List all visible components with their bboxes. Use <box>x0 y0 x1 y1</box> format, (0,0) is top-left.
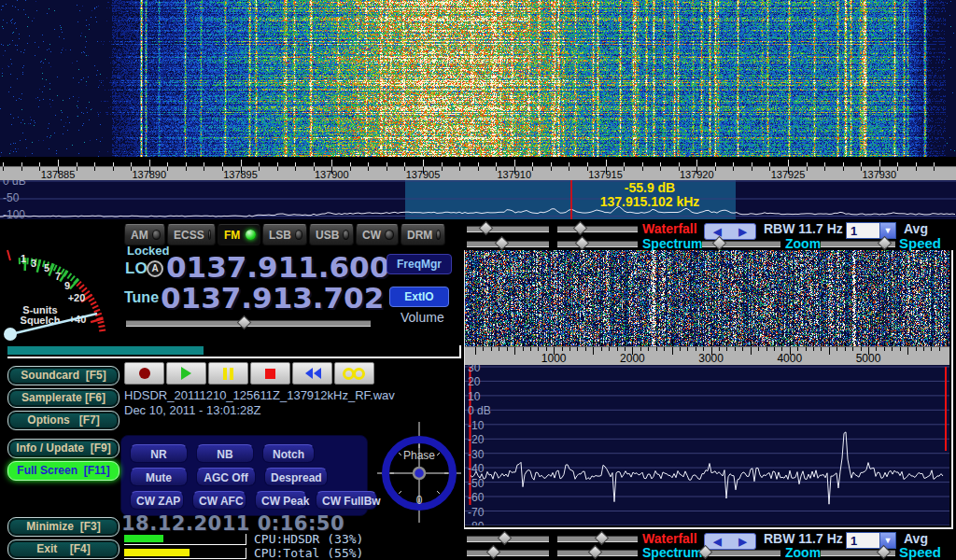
zoom-slider-top[interactable] <box>702 238 780 248</box>
speed-slider-top[interactable] <box>821 238 895 248</box>
slider-thumb[interactable] <box>495 236 510 251</box>
freqmgr-button[interactable]: FreqMgr <box>387 254 452 274</box>
audio-db-label: -70 <box>468 506 484 519</box>
rewind-button[interactable] <box>292 362 332 385</box>
dsp-button-notch[interactable]: Notch <box>262 444 315 463</box>
slider-thumb[interactable] <box>595 531 610 546</box>
dsp-button-cw-fullbw[interactable]: CW FullBw <box>316 491 377 510</box>
extio-button[interactable]: ExtIO <box>389 287 449 307</box>
db-label-100: -100 <box>3 208 25 219</box>
audio-frequency-scale[interactable]: 10002000300040005000 <box>465 346 949 366</box>
spectrum-label-top[interactable]: Spectrum <box>642 236 703 251</box>
scale-tick <box>491 347 492 351</box>
auto-badge[interactable]: A <box>147 260 163 277</box>
scale-tick <box>585 347 586 351</box>
mode-button-cw[interactable]: CW <box>356 224 399 245</box>
scale-tick <box>703 347 704 351</box>
smeter-scale-label: 3 <box>31 258 36 269</box>
play-button[interactable] <box>166 362 206 385</box>
spectrum-upper-slider[interactable] <box>467 238 549 248</box>
zoom-label-top: Zoom <box>785 236 821 251</box>
scale-tick <box>939 347 940 351</box>
scale-tick <box>852 347 853 351</box>
slider-thumb[interactable] <box>575 236 590 251</box>
main-waterfall-display[interactable] <box>0 0 956 157</box>
dsp-button-nb[interactable]: NB <box>196 444 254 463</box>
exit-button[interactable]: Exit [F4] <box>7 539 120 559</box>
arrow-left-icon[interactable]: ◀ <box>713 535 721 548</box>
slider-thumb[interactable] <box>486 545 501 560</box>
dsp-button-agc-off[interactable]: AGC Off <box>196 468 256 486</box>
full-screen-button[interactable]: Full Screen [F11] <box>7 461 120 481</box>
samplerate-button[interactable]: Samplerate [F6] <box>7 388 120 408</box>
spectrum-lower-slider-bottom[interactable] <box>557 547 638 557</box>
arrow-right-icon[interactable]: ▶ <box>738 535 746 548</box>
minimize-button[interactable]: Minimize [F3] <box>7 517 120 537</box>
scale-tick <box>562 347 563 351</box>
stop-icon <box>265 369 275 379</box>
waterfall-lower-slider[interactable] <box>557 223 638 233</box>
speed-slider-bottom[interactable] <box>821 547 895 557</box>
waterfall-label-bottom[interactable]: Waterfall <box>642 531 697 546</box>
playback-progress-bar[interactable] <box>7 345 461 358</box>
main-spectrum-display[interactable]: 0 dB -50 -100 <box>0 180 956 219</box>
scale-tick <box>569 347 570 351</box>
scale-tick <box>538 347 539 351</box>
tune-frequency-display[interactable]: 0137.913.702 <box>161 281 384 315</box>
frequency-scale[interactable]: 1378851378901378951379001379051379101379… <box>0 166 956 181</box>
volume-slider[interactable] <box>126 317 371 328</box>
scale-tick <box>735 347 736 351</box>
slider-thumb[interactable] <box>587 545 602 560</box>
waterfall-lower-slider-bottom[interactable] <box>557 533 638 543</box>
mode-button-lsb[interactable]: LSB <box>262 224 307 245</box>
spectrum-label-bottom[interactable]: Spectrum <box>642 545 703 560</box>
waterfall-upper-slider[interactable] <box>467 223 549 233</box>
dsp-button-nr[interactable]: NR <box>130 444 188 463</box>
audio-db-label: -20 <box>468 433 484 446</box>
dsp-button-mute[interactable]: Mute <box>130 468 188 486</box>
frequency-tick-label: 137925 <box>771 169 806 180</box>
slider-thumb[interactable] <box>712 236 727 251</box>
zoom-slider-bottom[interactable] <box>702 547 780 557</box>
info-update-button[interactable]: Info / Update [F9] <box>7 439 120 458</box>
record-button[interactable] <box>124 362 164 385</box>
soundcard-button[interactable]: Soundcard [F5] <box>7 366 120 385</box>
waterfall-label-top[interactable]: Waterfall <box>642 221 697 236</box>
stop-button[interactable] <box>250 362 290 385</box>
slider-thumb[interactable] <box>878 236 893 251</box>
spectrum-lower-slider[interactable] <box>557 238 638 248</box>
dsp-row: MuteAGC OffDespread <box>130 468 328 486</box>
cpu-meter-track <box>124 548 246 559</box>
loop-button[interactable] <box>334 362 374 385</box>
scale-tick <box>876 347 877 351</box>
mode-led-indicator <box>385 230 394 240</box>
waterfall-upper-slider-bottom[interactable] <box>467 533 549 543</box>
mode-button-drm[interactable]: DRM <box>401 224 445 245</box>
slider-thumb[interactable] <box>479 221 494 236</box>
s-meter[interactable]: 13579+20+40 S-units Squelch <box>2 237 120 343</box>
scale-tick <box>640 347 641 351</box>
mode-button-usb[interactable]: USB <box>309 224 354 245</box>
audio-waterfall-display[interactable] <box>465 250 949 346</box>
slider-thumb[interactable] <box>236 315 251 330</box>
slider-thumb[interactable] <box>573 221 588 236</box>
slider-thumb[interactable] <box>877 545 892 560</box>
mode-button-am[interactable]: AM <box>124 224 165 245</box>
mode-button-fm[interactable]: FM <box>218 224 260 245</box>
spectrum-upper-slider-bottom[interactable] <box>467 547 549 557</box>
chevron-down-icon[interactable]: ▼ <box>879 223 895 238</box>
dsp-button-cw-zap[interactable]: CW ZAP <box>130 491 184 510</box>
waterfall-tick <box>149 160 150 166</box>
slider-thumb[interactable] <box>497 531 512 546</box>
pause-button[interactable] <box>208 362 248 385</box>
audio-spectrum-display[interactable]: 3020100 dB-10-20-30-40-50-60-70-80 <box>465 365 949 525</box>
dsp-button-cw-peak[interactable]: CW Peak <box>255 491 307 510</box>
lo-frequency-display[interactable]: 0137.911.600 <box>166 250 389 284</box>
scale-tick <box>861 347 862 351</box>
mode-button-ecss[interactable]: ECSS <box>167 224 216 245</box>
arrow-right-icon[interactable]: ▶ <box>738 225 746 238</box>
dsp-button-despread[interactable]: Despread <box>264 468 328 486</box>
avg-dropdown-top[interactable]: 1 ▼ <box>846 222 896 239</box>
options-button[interactable]: Options [F7] <box>7 411 120 430</box>
dsp-button-cw-afc[interactable]: CW AFC <box>192 491 246 510</box>
